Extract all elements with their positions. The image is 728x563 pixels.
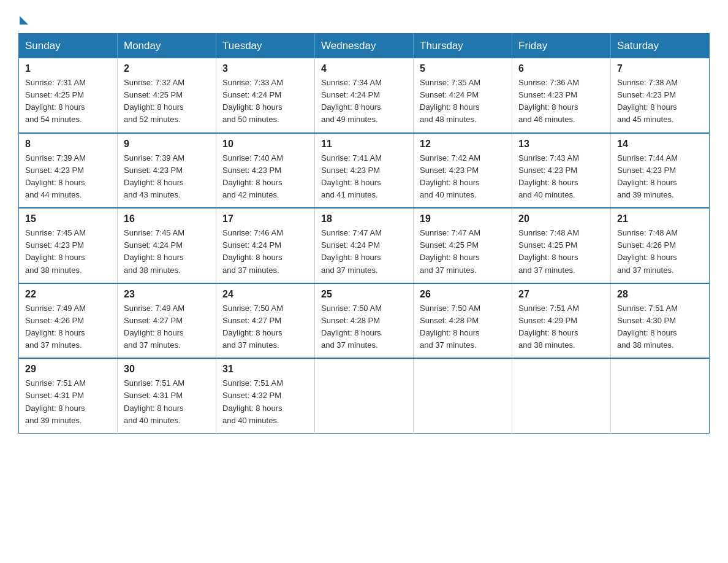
day-info: Sunrise: 7:39 AMSunset: 4:23 PMDaylight:… xyxy=(25,153,86,199)
day-info: Sunrise: 7:46 AMSunset: 4:24 PMDaylight:… xyxy=(222,228,283,274)
calendar-cell: 8 Sunrise: 7:39 AMSunset: 4:23 PMDayligh… xyxy=(19,133,118,209)
day-number: 28 xyxy=(617,289,703,300)
calendar-cell: 2 Sunrise: 7:32 AMSunset: 4:25 PMDayligh… xyxy=(118,58,216,133)
calendar-cell: 4 Sunrise: 7:34 AMSunset: 4:24 PMDayligh… xyxy=(315,58,414,133)
day-number: 25 xyxy=(321,289,407,300)
page-header xyxy=(18,12,710,22)
day-info: Sunrise: 7:45 AMSunset: 4:24 PMDaylight:… xyxy=(124,228,184,274)
day-info: Sunrise: 7:49 AMSunset: 4:27 PMDaylight:… xyxy=(124,304,184,350)
day-info: Sunrise: 7:36 AMSunset: 4:23 PMDaylight:… xyxy=(518,78,579,124)
day-info: Sunrise: 7:44 AMSunset: 4:23 PMDaylight:… xyxy=(617,153,678,199)
day-number: 17 xyxy=(222,213,308,224)
day-info: Sunrise: 7:50 AMSunset: 4:28 PMDaylight:… xyxy=(321,304,382,350)
day-number: 24 xyxy=(222,289,308,300)
day-number: 20 xyxy=(518,213,604,224)
day-number: 14 xyxy=(617,139,703,150)
weekday-header-saturday: Saturday xyxy=(611,34,710,59)
day-info: Sunrise: 7:32 AMSunset: 4:25 PMDaylight:… xyxy=(124,78,184,124)
day-number: 21 xyxy=(617,213,703,224)
day-number: 5 xyxy=(420,63,506,74)
day-info: Sunrise: 7:51 AMSunset: 4:29 PMDaylight:… xyxy=(518,304,579,350)
calendar-cell: 20 Sunrise: 7:48 AMSunset: 4:25 PMDaylig… xyxy=(512,208,611,283)
day-number: 6 xyxy=(518,63,604,74)
day-number: 30 xyxy=(124,364,210,375)
calendar-cell: 29 Sunrise: 7:51 AMSunset: 4:31 PMDaylig… xyxy=(19,358,118,433)
day-number: 23 xyxy=(124,289,210,300)
day-info: Sunrise: 7:45 AMSunset: 4:23 PMDaylight:… xyxy=(25,228,86,274)
calendar-cell: 18 Sunrise: 7:47 AMSunset: 4:24 PMDaylig… xyxy=(315,208,414,283)
calendar-cell: 19 Sunrise: 7:47 AMSunset: 4:25 PMDaylig… xyxy=(414,208,512,283)
calendar-week-row: 8 Sunrise: 7:39 AMSunset: 4:23 PMDayligh… xyxy=(19,133,710,209)
calendar-cell: 23 Sunrise: 7:49 AMSunset: 4:27 PMDaylig… xyxy=(118,283,216,359)
calendar-cell xyxy=(315,358,414,433)
calendar-cell: 5 Sunrise: 7:35 AMSunset: 4:24 PMDayligh… xyxy=(414,58,512,133)
calendar-week-row: 22 Sunrise: 7:49 AMSunset: 4:26 PMDaylig… xyxy=(19,283,710,359)
calendar-cell: 6 Sunrise: 7:36 AMSunset: 4:23 PMDayligh… xyxy=(512,58,611,133)
day-number: 31 xyxy=(222,364,308,375)
calendar-cell: 17 Sunrise: 7:46 AMSunset: 4:24 PMDaylig… xyxy=(216,208,315,283)
day-info: Sunrise: 7:48 AMSunset: 4:26 PMDaylight:… xyxy=(617,228,678,274)
day-number: 4 xyxy=(321,63,407,74)
day-info: Sunrise: 7:50 AMSunset: 4:27 PMDaylight:… xyxy=(222,304,283,350)
calendar-cell: 27 Sunrise: 7:51 AMSunset: 4:29 PMDaylig… xyxy=(512,283,611,359)
day-number: 18 xyxy=(321,213,407,224)
day-info: Sunrise: 7:39 AMSunset: 4:23 PMDaylight:… xyxy=(124,153,184,199)
day-info: Sunrise: 7:48 AMSunset: 4:25 PMDaylight:… xyxy=(518,228,579,274)
calendar-cell: 1 Sunrise: 7:31 AMSunset: 4:25 PMDayligh… xyxy=(19,58,118,133)
day-number: 29 xyxy=(25,364,111,375)
calendar-cell: 14 Sunrise: 7:44 AMSunset: 4:23 PMDaylig… xyxy=(611,133,710,209)
calendar-cell: 11 Sunrise: 7:41 AMSunset: 4:23 PMDaylig… xyxy=(315,133,414,209)
day-info: Sunrise: 7:51 AMSunset: 4:31 PMDaylight:… xyxy=(25,378,86,424)
calendar-week-row: 1 Sunrise: 7:31 AMSunset: 4:25 PMDayligh… xyxy=(19,58,710,133)
day-number: 9 xyxy=(124,139,210,150)
day-number: 10 xyxy=(222,139,308,150)
day-number: 7 xyxy=(617,63,703,74)
day-number: 11 xyxy=(321,139,407,150)
calendar-week-row: 29 Sunrise: 7:51 AMSunset: 4:31 PMDaylig… xyxy=(19,358,710,433)
day-number: 13 xyxy=(518,139,604,150)
weekday-header-thursday: Thursday xyxy=(414,34,512,59)
day-number: 16 xyxy=(124,213,210,224)
day-info: Sunrise: 7:51 AMSunset: 4:32 PMDaylight:… xyxy=(222,378,283,424)
day-info: Sunrise: 7:47 AMSunset: 4:24 PMDaylight:… xyxy=(321,228,382,274)
calendar-cell xyxy=(414,358,512,433)
calendar-cell: 9 Sunrise: 7:39 AMSunset: 4:23 PMDayligh… xyxy=(118,133,216,209)
day-info: Sunrise: 7:42 AMSunset: 4:23 PMDaylight:… xyxy=(420,153,480,199)
calendar-cell: 13 Sunrise: 7:43 AMSunset: 4:23 PMDaylig… xyxy=(512,133,611,209)
day-info: Sunrise: 7:40 AMSunset: 4:23 PMDaylight:… xyxy=(222,153,283,199)
day-info: Sunrise: 7:41 AMSunset: 4:23 PMDaylight:… xyxy=(321,153,382,199)
day-info: Sunrise: 7:35 AMSunset: 4:24 PMDaylight:… xyxy=(420,78,480,124)
weekday-header-sunday: Sunday xyxy=(19,34,118,59)
calendar-cell: 28 Sunrise: 7:51 AMSunset: 4:30 PMDaylig… xyxy=(611,283,710,359)
day-number: 1 xyxy=(25,63,111,74)
day-number: 19 xyxy=(420,213,506,224)
calendar-cell: 3 Sunrise: 7:33 AMSunset: 4:24 PMDayligh… xyxy=(216,58,315,133)
calendar-cell: 15 Sunrise: 7:45 AMSunset: 4:23 PMDaylig… xyxy=(19,208,118,283)
day-info: Sunrise: 7:43 AMSunset: 4:23 PMDaylight:… xyxy=(518,153,579,199)
calendar-cell: 7 Sunrise: 7:38 AMSunset: 4:23 PMDayligh… xyxy=(611,58,710,133)
day-info: Sunrise: 7:49 AMSunset: 4:26 PMDaylight:… xyxy=(25,304,86,350)
calendar-cell: 30 Sunrise: 7:51 AMSunset: 4:31 PMDaylig… xyxy=(118,358,216,433)
calendar-cell xyxy=(512,358,611,433)
day-info: Sunrise: 7:38 AMSunset: 4:23 PMDaylight:… xyxy=(617,78,678,124)
day-info: Sunrise: 7:33 AMSunset: 4:24 PMDaylight:… xyxy=(222,78,283,124)
day-number: 8 xyxy=(25,139,111,150)
calendar-week-row: 15 Sunrise: 7:45 AMSunset: 4:23 PMDaylig… xyxy=(19,208,710,283)
day-number: 27 xyxy=(518,289,604,300)
day-number: 12 xyxy=(420,139,506,150)
calendar-cell: 24 Sunrise: 7:50 AMSunset: 4:27 PMDaylig… xyxy=(216,283,315,359)
weekday-header-tuesday: Tuesday xyxy=(216,34,315,59)
day-number: 2 xyxy=(124,63,210,74)
day-info: Sunrise: 7:47 AMSunset: 4:25 PMDaylight:… xyxy=(420,228,480,274)
day-info: Sunrise: 7:34 AMSunset: 4:24 PMDaylight:… xyxy=(321,78,382,124)
calendar-cell: 26 Sunrise: 7:50 AMSunset: 4:28 PMDaylig… xyxy=(414,283,512,359)
calendar-cell: 16 Sunrise: 7:45 AMSunset: 4:24 PMDaylig… xyxy=(118,208,216,283)
weekday-header-row: SundayMondayTuesdayWednesdayThursdayFrid… xyxy=(19,34,710,59)
logo-arrow-icon xyxy=(20,16,28,25)
calendar-cell: 10 Sunrise: 7:40 AMSunset: 4:23 PMDaylig… xyxy=(216,133,315,209)
calendar-cell xyxy=(611,358,710,433)
calendar-cell: 22 Sunrise: 7:49 AMSunset: 4:26 PMDaylig… xyxy=(19,283,118,359)
weekday-header-monday: Monday xyxy=(118,34,216,59)
weekday-header-friday: Friday xyxy=(512,34,611,59)
calendar-table: SundayMondayTuesdayWednesdayThursdayFrid… xyxy=(18,33,710,434)
